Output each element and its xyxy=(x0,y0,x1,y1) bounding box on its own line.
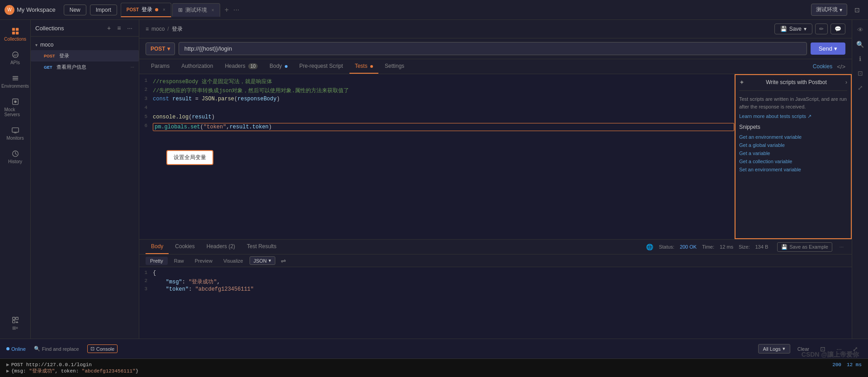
svg-rect-11 xyxy=(12,128,18,132)
save-button[interactable]: 💾 Save ▾ xyxy=(774,24,812,34)
add-collection-button[interactable]: + xyxy=(105,24,113,33)
right-icon-eye[interactable]: 👁 xyxy=(854,24,867,36)
line-num-5: 5 xyxy=(139,114,153,119)
learn-more-link[interactable]: Learn more about tests scripts ↗ xyxy=(739,113,811,119)
format-preview[interactable]: Preview xyxy=(190,257,217,265)
info-text: Test scripts are written in JavaScript, … xyxy=(739,95,847,110)
svg-rect-1 xyxy=(15,28,18,31)
sidebar-item-collections[interactable]: Collections xyxy=(2,24,29,45)
save-example-icon: 💾 xyxy=(781,244,788,250)
tab-env-close[interactable]: × xyxy=(212,8,214,13)
tab-env[interactable]: ⊞ 测试环境 × xyxy=(172,3,220,17)
sort-collection-button[interactable]: ≡ xyxy=(115,24,123,33)
format-pretty[interactable]: Pretty xyxy=(146,257,168,265)
resp-tab-headers[interactable]: Headers (2) xyxy=(201,240,241,254)
editor-line-5: 5 console.log(result) xyxy=(139,114,734,123)
time-label: Time: xyxy=(702,244,714,250)
url-input[interactable] xyxy=(179,42,807,55)
tab-tests[interactable]: Tests xyxy=(349,59,378,74)
resp-more-btn[interactable]: ··· xyxy=(838,244,845,250)
tab-more-button[interactable]: ··· xyxy=(233,6,239,14)
tab-body-label: Body xyxy=(269,63,282,69)
format-raw[interactable]: Raw xyxy=(170,257,189,265)
format-json-select[interactable]: JSON ▾ xyxy=(250,256,275,265)
method-select[interactable]: POST ▾ xyxy=(146,42,175,55)
postbot-label[interactable]: Write scripts with Postbot xyxy=(766,79,826,85)
resp-tab-test-results[interactable]: Test Results xyxy=(241,240,282,254)
cookies-link[interactable]: Cookies xyxy=(813,63,832,70)
tab-tests-label: Tests xyxy=(355,63,368,69)
left-sidebar: Collections API APIs Environments Mock S… xyxy=(0,20,31,339)
line-content-1: //responseBody 这个是固定写法，就是响应体 xyxy=(153,78,734,85)
breadcrumb-sep: / xyxy=(167,26,169,32)
snippet-get-var[interactable]: Get a variable xyxy=(739,149,847,157)
resp-num-2: 2 xyxy=(139,278,153,286)
send-button[interactable]: Send ▾ xyxy=(811,42,845,55)
tab-headers[interactable]: Headers 10 xyxy=(219,59,263,74)
main-layout: Collections API APIs Environments Mock S… xyxy=(0,20,868,339)
settings-icon[interactable]: ⊡ xyxy=(851,4,863,16)
console-more-icon[interactable]: ··· xyxy=(833,343,845,355)
import-button[interactable]: Import xyxy=(90,5,117,15)
save-example-button[interactable]: 💾 Save as Example xyxy=(777,242,832,252)
headers-badge: 10 xyxy=(248,63,258,69)
response-status: 🌐 Status: 200 OK Time: 12 ms Size: 134 B… xyxy=(646,242,845,252)
response-tabs-bar: Body Cookies Headers (2) Test Results 🌐 … xyxy=(139,240,852,254)
environment-selector[interactable]: 测试环境 ▾ xyxy=(811,4,847,16)
format-visualize[interactable]: Visualize xyxy=(219,257,248,265)
snippet-get-env[interactable]: Get an environment variable xyxy=(739,133,847,141)
collection-item-login[interactable]: POST 登录 xyxy=(31,50,139,61)
response-format-bar: Pretty Raw Preview Visualize JSON ▾ ⇌ xyxy=(139,254,852,267)
console-status-code: 200 xyxy=(832,362,841,368)
tab-prerequest[interactable]: Pre-request Script xyxy=(294,59,349,74)
svg-rect-0 xyxy=(12,28,14,31)
resp-line-2: 2 "msg": "登录成功", xyxy=(139,278,852,286)
line-num-6: 6 xyxy=(139,123,153,128)
more-collection-button[interactable]: ··· xyxy=(125,24,134,33)
right-icon-info[interactable]: ℹ xyxy=(854,52,867,65)
comment-button[interactable]: 💬 xyxy=(830,24,845,34)
sidebar-item-monitors[interactable]: Monitors xyxy=(2,123,29,144)
snippet-set-env[interactable]: Set an environment variable xyxy=(739,165,847,174)
tab-add-button[interactable]: + xyxy=(221,4,232,16)
right-icon-search[interactable]: 🔍 xyxy=(854,38,867,51)
tab-close[interactable]: × xyxy=(163,7,165,12)
save-chevron: ▾ xyxy=(804,26,807,32)
workspace-title: My Workspace xyxy=(17,6,56,13)
sidebar-item-environments[interactable]: Environments xyxy=(2,71,29,92)
sidebar-explorer[interactable]: ⊞+ xyxy=(2,312,29,334)
tab-authorization[interactable]: Authorization xyxy=(176,59,218,74)
edit-button[interactable]: ✏ xyxy=(815,24,828,34)
right-icon-maximize[interactable]: ⤢ xyxy=(854,81,867,94)
resp-tab-body[interactable]: Body xyxy=(146,240,169,254)
code-toggle[interactable]: </> xyxy=(837,63,845,70)
console-copy-icon[interactable]: ⊡ xyxy=(816,343,829,355)
collection-moco-name: moco xyxy=(40,42,53,48)
script-editor[interactable]: 1 //responseBody 这个是固定写法，就是响应体 2 //先把响应的… xyxy=(139,74,734,239)
wrap-icon[interactable]: ⇌ xyxy=(281,257,286,264)
sidebar-item-history[interactable]: History xyxy=(2,146,29,168)
tab-post-login[interactable]: POST 登录 × xyxy=(121,3,171,17)
resp-tab-cookies[interactable]: Cookies xyxy=(170,240,200,254)
resp-tab-headers-label: Headers (2) xyxy=(207,243,235,250)
all-logs-button[interactable]: All Logs ▾ xyxy=(758,344,790,353)
tab-settings[interactable]: Settings xyxy=(379,59,410,74)
sidebar-item-apis[interactable]: API APIs xyxy=(2,47,29,69)
snippet-get-collection[interactable]: Get a collection variable xyxy=(739,157,847,165)
console-log-1: POST http://127.0.0.1/login xyxy=(11,362,92,368)
right-icon-copy[interactable]: ⊡ xyxy=(854,67,867,80)
collection-moco[interactable]: ▾ moco xyxy=(31,39,139,50)
clear-button[interactable]: Clear xyxy=(794,345,813,353)
find-replace-button[interactable]: 🔍 Find and replace xyxy=(31,344,82,353)
item-more-icon[interactable]: ··· xyxy=(131,65,134,70)
console-expand-icon[interactable]: ⤢ xyxy=(849,343,862,355)
console-button[interactable]: ⊡ Console xyxy=(87,344,118,353)
new-button[interactable]: New xyxy=(64,5,86,15)
console-response-time: 12 ms xyxy=(847,362,862,368)
snippet-get-global[interactable]: Get a global variable xyxy=(739,141,847,149)
tab-params[interactable]: Params xyxy=(146,59,175,74)
sidebar-item-mock-servers[interactable]: Mock Servers xyxy=(2,94,29,121)
collection-item-userinfo[interactable]: GET 查看用户信息 ··· xyxy=(31,61,139,73)
svg-rect-6 xyxy=(12,76,18,77)
tab-body[interactable]: Body xyxy=(264,59,293,74)
